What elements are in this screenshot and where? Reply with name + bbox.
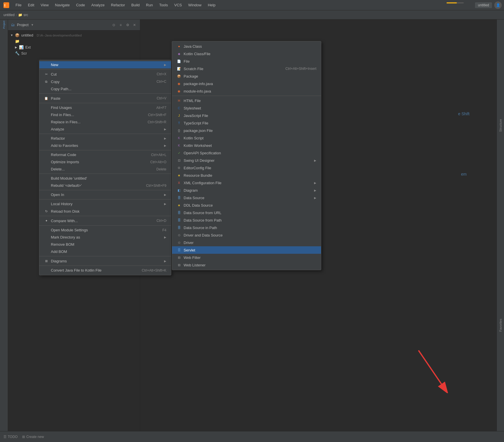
ctx-label-mark-directory: Mark Directory as (51, 235, 80, 239)
ctx-item-openapi[interactable]: ✓ OpenAPI Specification (172, 149, 321, 157)
ctx-item-stylesheet[interactable]: C Stylesheet (172, 104, 321, 112)
ctx-item-file[interactable]: 📄 File (172, 57, 321, 65)
ctx-item-swing[interactable]: ⊡ Swing UI Designer ▶ (172, 157, 321, 164)
html-icon: H (177, 98, 181, 103)
ctx-item-package[interactable]: 📦 Package (172, 72, 321, 80)
ctx-item-diagram[interactable]: ◧ Diagram ▶ (172, 187, 321, 194)
menu-build[interactable]: Build (128, 2, 143, 8)
ctx-item-xml-config[interactable]: X XML Configuration File ▶ (172, 179, 321, 187)
menu-window[interactable]: Window (185, 2, 204, 8)
ctx-item-package-info[interactable]: ◉ package-info.java (172, 80, 321, 87)
ctx-item-open-in[interactable]: Open In ▶ (39, 191, 171, 198)
ctx-item-build-module[interactable]: Build Module 'untitled' (39, 175, 171, 182)
sidebar-icon-project[interactable]: Project (1, 22, 7, 28)
ctx-item-html[interactable]: H HTML File (172, 97, 321, 104)
menu-edit[interactable]: Edit (25, 2, 37, 8)
ctx-item-reformat-code[interactable]: Reformat Code Ctrl+Alt+L (39, 151, 171, 158)
ctx-label-copy-path: Copy Path... (51, 87, 72, 91)
ctx-item-add-favorites[interactable]: Add to Favorites ▶ (39, 142, 171, 149)
ctx-item-data-source-url[interactable]: 🗄 Data Source from URL (172, 209, 321, 216)
ctx-item-new[interactable]: New ▶ (39, 61, 171, 68)
ctx-item-scratch-file[interactable]: 📝 Scratch File Ctrl+Alt+Shift+Insert (172, 65, 321, 72)
panel-header: 🗂 Project ▼ ⊙ ≡ ⚙ ✕ (8, 20, 140, 30)
ctx-item-editorconfig[interactable]: ⚙ EditorConfig File (172, 164, 321, 172)
ctx-item-resource-bundle[interactable]: ■ Resource Bundle (172, 172, 321, 179)
tree-item-root[interactable]: ▼ 📦 untitled D:\A--Java development\unti… (8, 32, 140, 38)
ctx-item-rebuild[interactable]: Rebuild '<default>' Ctrl+Shift+F9 (39, 182, 171, 189)
breadcrumb-item-src[interactable]: src (24, 13, 28, 17)
menu-refactor[interactable]: Refactor (108, 2, 128, 8)
ctx-item-optimize-imports[interactable]: Optimize Imports Ctrl+Alt+O (39, 158, 171, 166)
bottom-todo[interactable]: ☰ TODO (3, 435, 18, 439)
menu-tools[interactable]: Tools (156, 2, 171, 8)
menu-navigate[interactable]: Navigate (52, 2, 72, 8)
panel-dropdown-icon[interactable]: ▼ (31, 23, 34, 26)
breadcrumb-item-untitled[interactable]: untitled (3, 13, 15, 17)
ctx-label-convert-kotlin: Convert Java File to Kotlin File (51, 268, 101, 272)
ctx-item-servlet[interactable]: 🗄 Servlet (172, 246, 321, 254)
panel-icon-close[interactable]: ✕ (132, 22, 137, 28)
ctx-item-kotlin-script[interactable]: K Kotlin Script (172, 134, 321, 142)
ctx-label-replace-in-files: Replace in Files... (51, 120, 80, 124)
ctx-item-add-bom[interactable]: Add BOM (39, 248, 171, 255)
ctx-item-ddl-data-source[interactable]: ■ DDL Data Source (172, 201, 321, 209)
ctx-item-delete[interactable]: Delete... Delete (39, 166, 171, 173)
ctx-item-kotlin-worksheet[interactable]: K Kotlin Worksheet (172, 142, 321, 149)
ctx-item-data-source[interactable]: 🗄 Data Source ▶ (172, 194, 321, 201)
ctx-item-local-history[interactable]: Local History ▶ (39, 200, 171, 207)
menu-analyze[interactable]: Analyze (89, 2, 107, 8)
ctx-item-paste[interactable]: 📋 Paste Ctrl+V (39, 95, 171, 102)
ctx-item-compare-with[interactable]: ✦ Compare With... Ctrl+D (39, 217, 171, 224)
ctx-arrow-diagrams: ▶ (164, 260, 166, 263)
user-avatar[interactable]: 👤 (494, 1, 502, 9)
ctx-item-kotlin-class[interactable]: ◆ Kotlin Class/File (172, 50, 321, 57)
ctx-item-find-usages[interactable]: Find Usages Alt+F7 (39, 104, 171, 111)
ctx-item-remove-bom[interactable]: Remove BOM (39, 241, 171, 248)
menu-help[interactable]: Help (205, 2, 218, 8)
ctx-label-data-source: Data Source (184, 196, 204, 200)
ctx-item-copy[interactable]: ⧉ Copy Ctrl+C (39, 78, 171, 85)
ctx-item-module-info[interactable]: ◉ module-info.java (172, 87, 321, 95)
ctx-item-convert-kotlin[interactable]: Convert Java File to Kotlin File Ctrl+Al… (39, 267, 171, 274)
ctx-label-paste: Paste (51, 96, 60, 101)
ctx-item-copy-path[interactable]: Copy Path... (39, 85, 171, 93)
ctx-item-java-class[interactable]: ● Java Class (172, 43, 321, 50)
bottom-create-new[interactable]: ⊞ Create new (22, 435, 44, 439)
ctx-item-module-settings[interactable]: Open Module Settings F4 (39, 226, 171, 234)
ctx-item-driver-data-source[interactable]: ⊙ Driver and Data Source (172, 231, 321, 239)
ctx-shortcut-find-in-files: Ctrl+Shift+F (148, 113, 166, 117)
menu-file[interactable]: File (13, 2, 24, 8)
menu-view[interactable]: View (38, 2, 51, 8)
panel-icon-localize[interactable]: ⊙ (111, 22, 116, 28)
tree-item-ext[interactable]: ▶ 📊 Ext (8, 44, 140, 50)
ctx-sep-7 (39, 190, 171, 190)
ctx-item-data-source-path[interactable]: 🗄 Data Source from Path (172, 216, 321, 224)
panel-icon-settings[interactable]: ⚙ (125, 22, 130, 28)
ctx-item-web-filter[interactable]: ⊟ Web Filter (172, 254, 321, 261)
panel-icon-collapse[interactable]: ≡ (118, 22, 123, 28)
ctx-item-package-json[interactable]: {} package.json File (172, 127, 321, 134)
ctx-item-mark-directory[interactable]: Mark Directory as ▶ (39, 234, 171, 241)
right-sidebar-favorites[interactable]: Favorites (499, 319, 502, 332)
right-sidebar-structure[interactable]: Structure (499, 119, 502, 132)
menu-code[interactable]: Code (73, 2, 88, 8)
tree-item-scr[interactable]: 🔧 Scr (8, 50, 140, 56)
ctx-item-replace-in-files[interactable]: Replace in Files... Ctrl+Shift+R (39, 118, 171, 126)
ctx-item-refactor[interactable]: Refactor ▶ (39, 135, 171, 142)
ctx-item-web-listener[interactable]: ⊟ Web Listener (172, 261, 321, 269)
ctx-item-diagrams[interactable]: ⊞ Diagrams ▶ (39, 257, 171, 265)
ctx-sep-8 (39, 199, 171, 199)
ctx-item-reload[interactable]: ↻ Reload from Disk (39, 207, 171, 215)
ctx-item-driver[interactable]: ⊙ Driver (172, 239, 321, 246)
ctx-item-javascript[interactable]: J JavaScript File (172, 112, 321, 119)
tree-item-folder[interactable]: 📁 (8, 38, 140, 44)
ctx-label-data-source-path: Data Source from Path (184, 218, 222, 222)
menu-vcs[interactable]: VCS (171, 2, 185, 8)
ctx-item-data-source-in-path[interactable]: 🗄 Data Source in Path (172, 224, 321, 231)
ctx-item-cut[interactable]: ✂ Cut Ctrl+X (39, 70, 171, 78)
menu-run[interactable]: Run (143, 2, 156, 8)
ctx-item-typescript[interactable]: T TypeScript File (172, 119, 321, 127)
ctx-item-analyze[interactable]: Analyze ▶ (39, 126, 171, 133)
kt-script-icon: K (177, 136, 181, 140)
ctx-item-find-in-files[interactable]: Find in Files... Ctrl+Shift+F (39, 111, 171, 118)
